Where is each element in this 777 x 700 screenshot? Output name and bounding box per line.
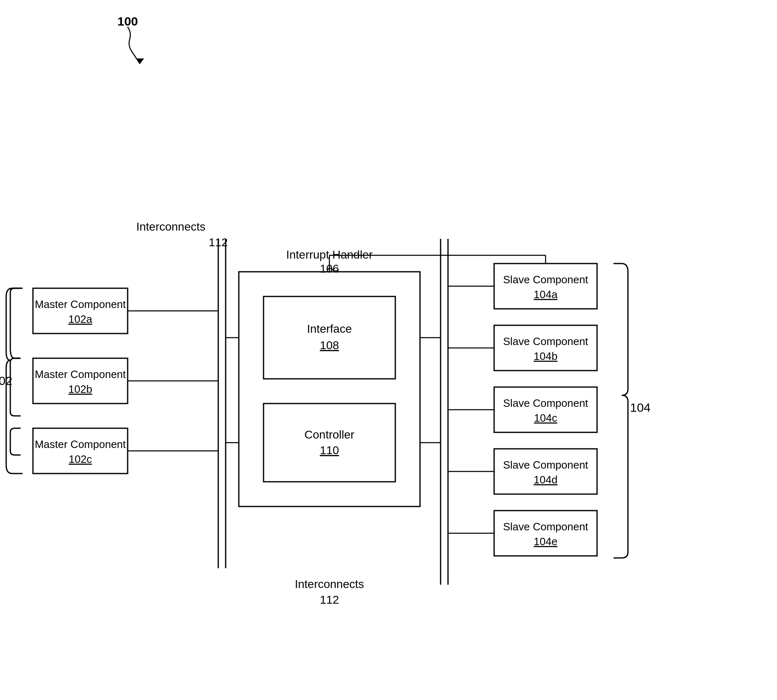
ref-100: 100 [117,14,138,28]
label-interrupt-handler-num: 106 [320,262,339,275]
svg-text:104b: 104b [534,350,558,362]
box-slave-104c [494,387,597,432]
svg-text:Master Component: Master Component [35,438,126,450]
box-controller [264,404,395,482]
label-controller: Controller [304,428,354,441]
label-group-slave: 104 [630,401,651,414]
svg-text:102c: 102c [69,453,92,465]
label-interconnects-top: Interconnects [136,220,205,233]
label-interface-num: 108 [320,339,339,352]
svg-text:102a: 102a [68,313,92,325]
svg-text:104e: 104e [534,535,558,548]
diagram-svg: 100 Interconnects 112 Interrupt Handler … [0,0,777,700]
svg-text:104a: 104a [534,288,558,301]
svg-text:Master Component: Master Component [35,368,126,380]
svg-text:102b: 102b [68,383,92,395]
label-interconnects-bottom-num: 112 [320,593,339,606]
box-master-102a [33,288,128,334]
svg-text:Slave Component: Slave Component [503,459,588,471]
box-slave-104b [494,325,597,371]
label-interconnects-top-num: 112 [209,236,228,249]
ref-arrowhead-100 [136,58,144,64]
box-slave-104d [494,449,597,494]
svg-text:104d: 104d [534,474,558,486]
label-interface: Interface [307,322,352,335]
svg-text:Slave Component: Slave Component [503,335,588,348]
diagram: 100 Interconnects 112 Interrupt Handler … [0,0,777,700]
box-slave-104e [494,511,597,556]
label-interrupt-handler: Interrupt Handler [286,248,373,261]
label-interconnects-bottom: Interconnects [295,578,364,590]
svg-text:Slave Component: Slave Component [503,273,588,286]
label-group-master: 102 [0,374,12,387]
svg-text:Master Component: Master Component [35,298,126,310]
ref-arrow-100 [128,27,140,64]
label-controller-num: 110 [320,444,339,457]
box-master-102c [33,428,128,474]
svg-text:Slave Component: Slave Component [503,397,588,409]
svg-text:104c: 104c [534,412,557,424]
svg-text:Slave Component: Slave Component [503,520,588,533]
box-master-102b [33,358,128,404]
box-interface [264,296,395,379]
box-slave-104a [494,264,597,309]
